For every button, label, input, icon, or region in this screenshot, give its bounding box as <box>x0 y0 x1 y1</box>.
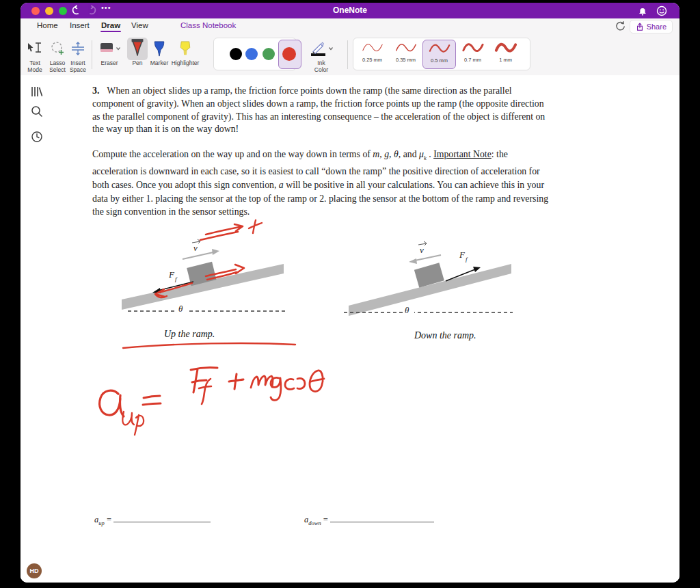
insert-space-button[interactable]: Insert Space <box>66 39 90 73</box>
stroke-sample-icon <box>428 40 451 55</box>
ink-color-chevron-icon[interactable] <box>328 46 334 51</box>
content-area: HD 3.When an object slides up a ramp, th… <box>21 75 679 583</box>
thickness-panel: 0.25 mm 0.35 mm 0.5 mm 0.7 mm 1 mm <box>353 38 530 70</box>
color-swatch-red[interactable] <box>282 47 296 61</box>
sync-icon[interactable] <box>615 21 626 32</box>
pen-label: Pen <box>126 60 148 67</box>
theta-label: θ <box>178 304 183 314</box>
stroke-sample-icon <box>394 40 418 55</box>
marker-label: Marker <box>148 60 171 67</box>
thickness-025mm[interactable]: 0.25 mm <box>356 40 388 68</box>
onenote-window: ••• OneNote Home Insert Draw View Class … <box>21 3 679 583</box>
ribbon-tab-row: Home Insert Draw View Class Notebook Sha… <box>21 18 679 35</box>
answer-a-down: adown = <box>304 513 434 526</box>
share-icon <box>636 23 644 31</box>
color-swatch-green[interactable] <box>262 48 275 60</box>
highlighter-icon <box>177 40 193 58</box>
equals-sign: = <box>107 515 111 524</box>
highlighter-button[interactable]: Highlighter <box>170 39 201 67</box>
handwritten-equation <box>100 368 324 435</box>
ramp-diagrams-and-ink: θ v F f θ <box>65 75 679 583</box>
velocity-label: v <box>420 245 424 255</box>
thickness-label: 0.35 mm <box>390 57 422 63</box>
thickness-035mm[interactable]: 0.35 mm <box>390 40 422 68</box>
toolbar-divider <box>347 40 348 69</box>
theta-label: θ <box>405 305 409 315</box>
down-subscript: down <box>308 520 321 526</box>
plus-sign-ink <box>249 220 262 233</box>
thickness-07mm[interactable]: 0.7 mm <box>457 40 489 68</box>
ink-color-swatch-panel <box>213 38 297 70</box>
down-ramp-diagram: θ v F f <box>344 241 513 316</box>
tab-draw[interactable]: Draw <box>101 21 120 29</box>
search-icon[interactable] <box>30 105 44 118</box>
color-swatch-black[interactable] <box>230 48 242 60</box>
friction-force-label: F <box>459 250 466 260</box>
up-ramp-caption: Up the ramp. <box>164 329 215 340</box>
up-ramp-diagram: θ v F f <box>122 239 285 314</box>
share-button[interactable]: Share <box>630 20 673 34</box>
eraser-label: Eraser <box>94 60 124 67</box>
ink-color-icon <box>310 40 327 57</box>
thickness-1mm[interactable]: 1 mm <box>489 40 522 68</box>
thickness-label: 0.25 mm <box>356 57 388 63</box>
marker-button[interactable]: Marker <box>148 39 171 67</box>
stroke-sample-icon <box>461 40 485 55</box>
marker-icon <box>151 40 167 58</box>
insert-space-label: Insert Space <box>66 60 90 73</box>
answer-blank-line[interactable] <box>113 513 211 522</box>
text-mode-icon <box>27 41 43 56</box>
page-canvas[interactable]: 3.When an object slides up a ramp, the f… <box>65 75 679 583</box>
answer-blank-line[interactable] <box>330 513 434 522</box>
title-bar: ••• OneNote <box>21 3 679 18</box>
up-subscript: up <box>98 520 105 526</box>
velocity-label: v <box>193 243 198 253</box>
notifications-bell-icon[interactable] <box>636 4 649 18</box>
ink-color-button[interactable]: Ink Color <box>305 39 338 73</box>
share-label: Share <box>647 23 667 31</box>
ink-color-label: Ink Color <box>311 60 332 73</box>
feedback-smiley-icon[interactable] <box>655 4 669 18</box>
text-mode-button[interactable]: Text Mode <box>23 39 46 73</box>
thickness-label: 1 mm <box>489 57 522 63</box>
text-mode-label: Text Mode <box>23 60 46 73</box>
eraser-icon <box>98 40 115 57</box>
friction-force-subscript: f <box>175 276 178 282</box>
color-swatch-blue[interactable] <box>245 48 258 60</box>
friction-force-subscript: f <box>466 256 468 263</box>
thickness-label: 0.7 mm <box>457 57 489 63</box>
eraser-dropdown-chevron-icon[interactable] <box>116 46 121 51</box>
thickness-label: 0.5 mm <box>423 57 455 64</box>
stroke-sample-icon <box>361 40 384 55</box>
down-ramp-caption: Down the ramp. <box>414 330 476 341</box>
highlighter-label: Highlighter <box>170 60 201 67</box>
tab-insert[interactable]: Insert <box>70 21 90 29</box>
positive-direction-arrow <box>206 224 243 235</box>
notebooks-icon[interactable] <box>30 85 44 98</box>
tab-class-notebook[interactable]: Class Notebook <box>180 21 236 29</box>
app-title: OneNote <box>21 5 679 15</box>
recent-notes-clock-icon[interactable] <box>30 130 44 144</box>
user-avatar[interactable]: HD <box>27 563 42 578</box>
equals-sign: = <box>323 515 328 524</box>
thickness-05mm-selected[interactable]: 0.5 mm <box>422 40 456 69</box>
eraser-button[interactable]: Eraser <box>94 39 124 67</box>
lasso-select-icon <box>49 41 66 56</box>
tab-home[interactable]: Home <box>37 21 58 29</box>
friction-force-label: F <box>168 269 175 280</box>
pen-icon <box>129 38 146 57</box>
tab-view[interactable]: View <box>131 21 148 29</box>
insert-space-icon <box>70 41 86 56</box>
left-sidebar: HD <box>21 75 65 583</box>
stroke-sample-icon <box>494 40 517 55</box>
toolbar-divider <box>92 40 92 69</box>
pen-button[interactable]: Pen <box>126 39 148 67</box>
answer-a-up: aup = <box>94 513 211 526</box>
pen-selected-highlight <box>127 38 148 60</box>
draw-toolbar: Text Mode Lasso Select Insert Space <box>21 35 679 76</box>
red-underline <box>123 343 295 348</box>
